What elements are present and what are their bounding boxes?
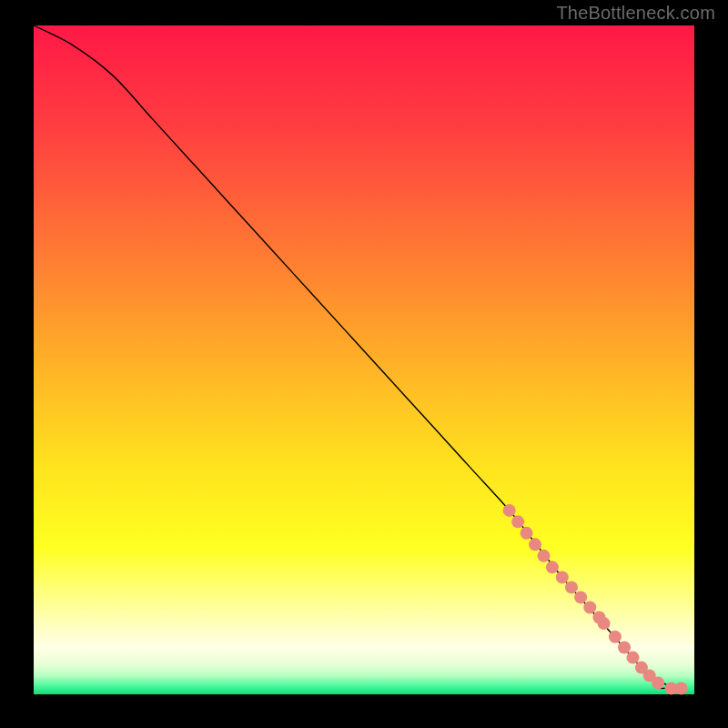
marked-point <box>546 561 559 573</box>
marked-point <box>503 504 516 517</box>
attribution-text: TheBottleneck.com <box>556 3 715 24</box>
marked-point <box>652 677 664 690</box>
marked-point <box>618 642 631 654</box>
marked-point <box>537 550 550 562</box>
chart-frame: TheBottleneck.com <box>0 0 728 728</box>
marked-point <box>565 581 578 593</box>
marked-point <box>598 617 611 630</box>
plot-area <box>34 25 694 694</box>
marked-point <box>583 601 596 613</box>
marked-point <box>511 515 524 528</box>
marked-point <box>556 571 569 583</box>
marked-point <box>609 631 622 643</box>
marked-point <box>574 591 587 603</box>
marked-point <box>529 538 541 551</box>
marked-point <box>674 682 687 694</box>
marked-point <box>521 527 533 540</box>
marked-point <box>626 652 639 664</box>
chart-canvas <box>0 0 728 728</box>
